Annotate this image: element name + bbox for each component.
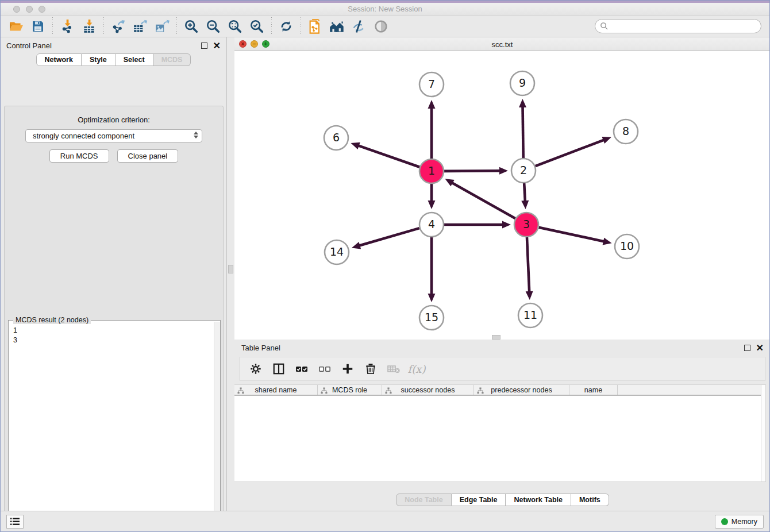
add-row-icon[interactable] xyxy=(337,358,358,379)
run-mcds-button[interactable]: Run MCDS xyxy=(49,149,109,163)
graph-node-15[interactable]: 15 xyxy=(419,306,444,330)
table-scrollbar[interactable] xyxy=(761,384,766,482)
memory-label: Memory xyxy=(732,518,757,526)
graph-node-11[interactable]: 11 xyxy=(518,303,542,327)
show-graphics-details-icon[interactable] xyxy=(370,17,392,36)
import-network-icon[interactable] xyxy=(56,17,78,36)
close-panel-button[interactable]: Close panel xyxy=(117,149,179,163)
svg-text:10: 10 xyxy=(620,240,634,252)
tab-motifs[interactable]: Motifs xyxy=(571,494,609,506)
edge-1-4[interactable] xyxy=(428,184,436,209)
edge-2-3[interactable] xyxy=(521,183,529,209)
graph-node-10[interactable]: 10 xyxy=(615,234,639,259)
mcds-panel-body: Optimization criterion: strongly connect… xyxy=(4,106,224,532)
edge-4-3[interactable] xyxy=(444,221,511,229)
tab-mcds[interactable]: MCDS xyxy=(153,53,191,66)
search-input[interactable] xyxy=(611,22,761,30)
svg-text:8: 8 xyxy=(622,125,629,137)
tab-node-table[interactable]: Node Table xyxy=(396,494,451,506)
toolbar-separator xyxy=(271,17,272,36)
zoom-in-icon[interactable] xyxy=(180,17,202,36)
control-panel: Control Panel ✕ NetworkStyleSelectMCDS O… xyxy=(1,37,227,512)
table-panel-header: Table Panel ✕ xyxy=(234,340,770,356)
edge-1-6[interactable] xyxy=(351,142,419,167)
new-network-from-selection-icon[interactable] xyxy=(305,17,326,36)
panel-splitter-handle[interactable] xyxy=(228,265,233,273)
edge-1-7[interactable] xyxy=(428,100,436,159)
first-neighbors-icon[interactable] xyxy=(326,17,348,36)
save-session-icon[interactable] xyxy=(27,17,49,36)
tab-select[interactable]: Select xyxy=(116,53,153,66)
toolbar-separator xyxy=(103,17,104,36)
close-panel-icon[interactable]: ✕ xyxy=(213,43,221,49)
edge-4-15[interactable] xyxy=(428,237,436,302)
column-header-name[interactable]: name xyxy=(569,385,618,395)
memory-button[interactable]: Memory xyxy=(715,515,764,529)
float-panel-icon[interactable] xyxy=(201,43,207,49)
graph-node-14[interactable]: 14 xyxy=(325,240,349,264)
export-network-icon[interactable] xyxy=(107,17,129,36)
settings-gear-icon[interactable] xyxy=(245,358,266,379)
import-table-icon[interactable] xyxy=(78,17,100,36)
edge-1-2[interactable] xyxy=(444,167,508,175)
close-table-panel-icon[interactable]: ✕ xyxy=(756,345,764,351)
status-bar: Memory xyxy=(1,511,769,531)
tab-network-table[interactable]: Network Table xyxy=(506,494,571,506)
select-stepper-icon xyxy=(194,132,198,138)
graph-node-2[interactable]: 2 xyxy=(511,159,536,183)
export-image-icon[interactable] xyxy=(151,17,173,36)
tab-style[interactable]: Style xyxy=(82,53,116,66)
zoom-fit-icon[interactable] xyxy=(224,17,246,36)
edge-3-10[interactable] xyxy=(538,228,611,245)
graph-node-1[interactable]: 1 xyxy=(419,159,444,183)
graph-node-8[interactable]: 8 xyxy=(614,119,638,144)
select-all-checkboxes-icon[interactable] xyxy=(291,358,312,379)
column-header-mcds-role[interactable]: MCDS role xyxy=(318,385,382,395)
result-scrollbar[interactable] xyxy=(214,322,220,532)
svg-text:3: 3 xyxy=(523,218,530,230)
column-header-successor-nodes[interactable]: successor nodes xyxy=(382,385,474,395)
zoom-out-icon[interactable] xyxy=(202,17,224,36)
delete-column-icon[interactable] xyxy=(383,358,404,379)
edge-3-1[interactable] xyxy=(445,179,515,218)
edge-2-8[interactable] xyxy=(536,137,611,166)
control-panel-title: Control Panel xyxy=(6,41,201,50)
edge-2-9[interactable] xyxy=(519,99,526,158)
edge-3-11[interactable] xyxy=(526,237,533,300)
svg-text:6: 6 xyxy=(333,131,340,144)
network-canvas[interactable]: 7968124314101511 xyxy=(234,51,770,340)
search-box[interactable] xyxy=(595,19,761,33)
optimization-criterion-select[interactable]: strongly connected component xyxy=(25,129,202,142)
canvas-splitter-handle[interactable] xyxy=(492,335,500,340)
main-toolbar xyxy=(1,16,769,37)
toolbar-separator xyxy=(176,17,177,36)
graph-node-4[interactable]: 4 xyxy=(419,213,444,237)
network-window-title: scc.txt xyxy=(234,40,770,49)
function-builder-icon[interactable]: f(x) xyxy=(406,358,427,379)
tab-network[interactable]: Network xyxy=(36,53,82,66)
network-window-titlebar[interactable]: × – + scc.txt xyxy=(234,37,770,51)
task-history-button[interactable] xyxy=(6,515,24,529)
show-columns-icon[interactable] xyxy=(268,358,289,379)
svg-text:7: 7 xyxy=(428,78,435,90)
hide-selected-icon[interactable] xyxy=(348,17,370,36)
graph-node-3[interactable]: 3 xyxy=(514,213,538,237)
zoom-selected-icon[interactable] xyxy=(246,17,268,36)
column-header-shared-name[interactable]: shared name xyxy=(234,385,318,395)
export-table-icon[interactable] xyxy=(129,17,151,36)
svg-text:2: 2 xyxy=(520,164,527,176)
edge-4-14[interactable] xyxy=(352,228,419,249)
refresh-icon[interactable] xyxy=(275,17,297,36)
optimization-criterion-label: Optimization criterion: xyxy=(5,115,223,124)
clear-all-checkboxes-icon[interactable] xyxy=(314,358,335,379)
graph-node-7[interactable]: 7 xyxy=(419,72,444,97)
open-file-icon[interactable] xyxy=(5,17,27,36)
mcds-result-box: MCDS result (2 nodes) 1 3 xyxy=(8,320,221,532)
delete-row-icon[interactable] xyxy=(360,358,381,379)
network-graph: 7968124314101511 xyxy=(234,51,770,340)
graph-node-9[interactable]: 9 xyxy=(510,71,534,95)
graph-node-6[interactable]: 6 xyxy=(324,126,348,150)
tab-edge-table[interactable]: Edge Table xyxy=(452,494,506,506)
column-header-predecessor-nodes[interactable]: predecessor nodes xyxy=(474,385,569,395)
float-table-panel-icon[interactable] xyxy=(744,345,750,351)
